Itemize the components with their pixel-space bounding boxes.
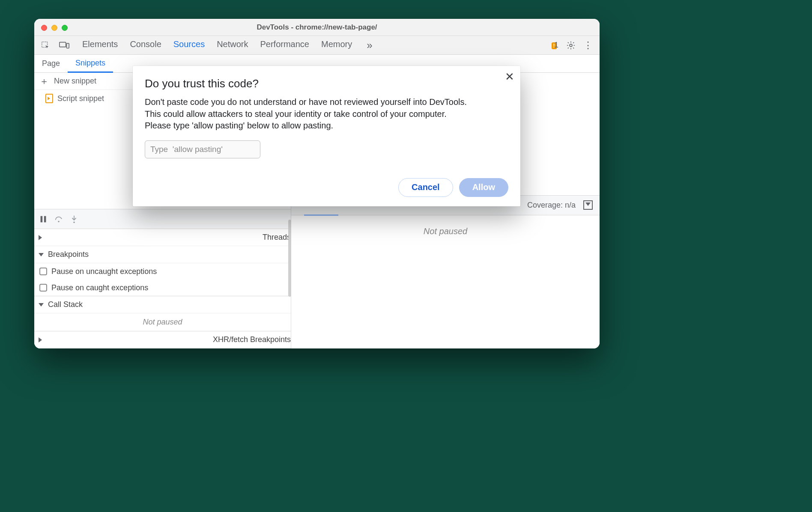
panel-tabs: Elements Console Sources Network Perform…: [82, 39, 373, 51]
allow-pasting-input[interactable]: [145, 140, 260, 158]
cancel-button[interactable]: Cancel: [398, 178, 453, 197]
pane-callstack-label: Call Stack: [48, 300, 83, 309]
debugger-toolbar: [34, 209, 291, 229]
svg-point-3: [570, 44, 572, 47]
pane-breakpoints[interactable]: Breakpoints: [34, 246, 291, 263]
allow-button[interactable]: Allow: [459, 178, 508, 197]
snippet-file-icon: [45, 94, 53, 103]
dialog-title: Do you trust this code?: [145, 77, 508, 90]
subtab-snippets[interactable]: Snippets: [68, 55, 113, 73]
new-snippet-label: New snippet: [54, 77, 96, 86]
minimize-window-button[interactable]: [51, 25, 57, 31]
pause-caught-row[interactable]: Pause on caught exceptions: [34, 280, 291, 296]
collapse-panel-icon[interactable]: [583, 200, 593, 210]
tab-memory[interactable]: Memory: [321, 39, 352, 51]
issues-badge[interactable]: ! 1: [552, 41, 558, 50]
tab-performance[interactable]: Performance: [260, 39, 310, 51]
close-icon[interactable]: ✕: [505, 70, 514, 83]
checkbox[interactable]: [39, 284, 47, 292]
active-tab-indicator: [304, 214, 338, 216]
tab-console[interactable]: Console: [130, 39, 161, 51]
subtab-page[interactable]: Page: [34, 55, 68, 72]
traffic-lights: [41, 25, 68, 31]
callstack-not-paused: Not paused: [34, 313, 291, 331]
pane-threads[interactable]: Threads: [34, 229, 291, 246]
window-title: DevTools - chrome://new-tab-page/: [257, 23, 377, 32]
coverage-text: Coverage: n/a: [527, 201, 576, 210]
plus-icon: ＋: [39, 75, 49, 88]
pane-xhr-breakpoints[interactable]: XHR/fetch Breakpoints: [34, 331, 291, 348]
dialog-body-text: Don't paste code you do not understand o…: [145, 96, 470, 132]
collapse-icon: [39, 253, 44, 256]
device-toolbar-icon[interactable]: [56, 37, 73, 54]
collapse-icon: [39, 303, 44, 307]
close-window-button[interactable]: [41, 25, 47, 31]
inspect-element-icon[interactable]: [37, 37, 54, 54]
expand-icon: [39, 337, 209, 342]
more-menu-kebab-icon[interactable]: ⋮: [583, 40, 593, 51]
devtools-toolbar: Elements Console Sources Network Perform…: [34, 36, 600, 55]
devtools-window: DevTools - chrome://new-tab-page/ Elemen…: [34, 19, 600, 348]
pause-uncaught-row[interactable]: Pause on uncaught exceptions: [34, 263, 291, 280]
svg-point-7: [73, 221, 75, 223]
svg-rect-1: [60, 42, 66, 47]
dialog-actions: Cancel Allow: [145, 178, 508, 197]
pause-caught-label: Pause on caught exceptions: [51, 283, 148, 292]
scope-not-paused: Not paused: [291, 215, 600, 349]
tab-network[interactable]: Network: [217, 39, 248, 51]
pane-xhr-label: XHR/fetch Breakpoints: [213, 335, 291, 344]
pane-breakpoints-label: Breakpoints: [48, 250, 89, 259]
scrollbar[interactable]: [288, 220, 291, 297]
trust-code-dialog: ✕ Do you trust this code? Don't paste co…: [133, 66, 520, 206]
snippet-name: Script snippet: [57, 94, 104, 103]
more-tabs-chevron-icon[interactable]: »: [367, 39, 372, 51]
svg-rect-2: [67, 43, 69, 48]
tab-sources[interactable]: Sources: [173, 39, 205, 51]
step-over-icon[interactable]: [54, 214, 63, 224]
step-into-icon[interactable]: [69, 214, 79, 224]
svg-rect-5: [44, 216, 46, 222]
pause-uncaught-label: Pause on uncaught exceptions: [51, 267, 157, 276]
zoom-window-button[interactable]: [62, 25, 68, 31]
window-titlebar: DevTools - chrome://new-tab-page/: [34, 19, 600, 36]
settings-gear-icon[interactable]: [566, 41, 576, 50]
svg-rect-4: [41, 216, 43, 222]
expand-icon: [39, 235, 258, 240]
checkbox[interactable]: [39, 268, 47, 275]
issues-count: 1: [554, 41, 558, 49]
pane-callstack[interactable]: Call Stack: [34, 296, 291, 313]
pane-threads-label: Threads: [263, 233, 291, 242]
pause-icon[interactable]: [39, 214, 48, 224]
svg-point-6: [58, 220, 60, 222]
tab-elements[interactable]: Elements: [82, 39, 118, 51]
